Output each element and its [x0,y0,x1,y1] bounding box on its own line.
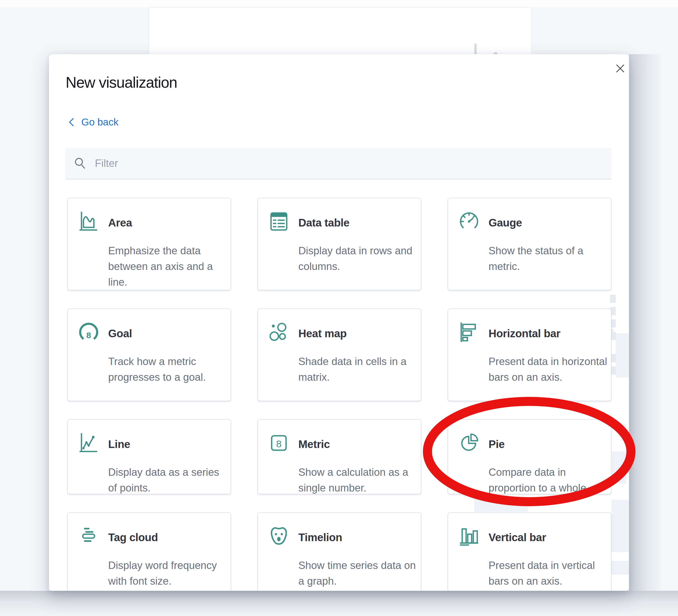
go-back-label: Go back [81,116,118,128]
visualization-card-timelion[interactable]: TimelionShow time series data on a graph… [258,512,421,591]
new-visualization-modal: New visualization Go back AreaEmphasize … [49,54,629,591]
card-description: Present data in vertical bars on an axis… [489,557,607,589]
card-description: Display data as a series of points. [108,464,227,496]
visualization-card-goal[interactable]: 8GoalTrack how a metric progresses to a … [67,308,231,401]
visualization-card-tag-cloud[interactable]: Tag cloudDisplay word frequency with fon… [67,512,231,591]
area-chart-icon [78,211,99,232]
page-title: New visualization [66,74,177,91]
card-title: Data table [298,216,349,229]
faded-background-shape [612,452,626,484]
filter-input[interactable] [65,148,611,179]
heat-map-icon [268,322,289,343]
visualization-card-horizontal-bar[interactable]: Horizontal barPresent data in horizontal… [448,308,611,401]
card-title: Gauge [489,216,522,229]
go-back-link[interactable]: Go back [67,116,118,128]
faded-background-shape [610,295,616,303]
svg-text:8: 8 [86,331,91,340]
card-description: Emphasize the data between an axis and a… [108,243,227,290]
card-description: Shade data in cells in a matrix. [298,354,417,385]
card-title: Line [108,438,130,451]
metric-icon: 8 [268,432,289,454]
data-table-icon [268,211,289,232]
card-title: Horizontal bar [489,327,560,340]
visualization-card-data-table[interactable]: Data tableDisplay data in rows and colum… [258,198,421,291]
card-title: Area [108,216,132,229]
chevron-left-icon [67,117,77,128]
pie-chart-icon [459,432,480,454]
card-title: Heat map [298,327,347,340]
goal-icon: 8 [78,322,99,343]
card-description: Display word frequency with font size. [108,557,227,589]
card-title: Vertical bar [489,531,546,544]
filter-search-box [65,148,611,180]
faded-background-shape [611,500,629,552]
card-description: Show time series data on a graph. [298,557,417,589]
card-title: Goal [108,327,132,340]
horizontal-bar-icon [459,322,480,343]
close-button[interactable] [612,60,629,77]
card-title: Pie [489,438,505,451]
svg-text:8: 8 [276,438,282,450]
page-background-strip [0,0,678,7]
faded-background-shape [474,499,528,512]
visualization-card-heat-map[interactable]: Heat mapShade data in cells in a matrix. [258,308,421,401]
card-description: Compare data in proportion to a whole. [489,464,607,496]
card-description: Display data in rows and columns. [298,243,417,274]
line-chart-icon [78,432,99,454]
tag-cloud-icon [78,526,99,547]
card-title: Tag cloud [108,531,158,544]
card-description: Track how a metric progresses to a goal. [108,354,227,385]
card-description: Show the status of a metric. [489,243,607,274]
card-description: Show a calculation as a single number. [298,464,417,496]
vertical-bar-icon [459,526,480,547]
visualization-card-pie[interactable]: PieCompare data in proportion to a whole… [448,419,611,494]
visualization-card-line[interactable]: LineDisplay data as a series of points. [67,419,231,494]
card-description: Present data in horizontal bars on an ax… [489,354,607,385]
gauge-icon [459,211,480,232]
visualization-card-gauge[interactable]: GaugeShow the status of a metric. [448,198,611,291]
visualization-card-metric[interactable]: 8MetricShow a calculation as a single nu… [258,419,421,494]
visualization-card-area[interactable]: AreaEmphasize the data between an axis a… [67,198,231,291]
card-title: Timelion [298,531,342,544]
visualization-card-vertical-bar[interactable]: Vertical barPresent data in vertical bar… [448,512,611,591]
faded-background-shape [616,333,629,377]
timelion-icon [268,526,289,547]
card-title: Metric [298,438,330,451]
close-icon [615,64,625,73]
modal-right-shadow [629,54,662,591]
modal-bottom-shadow [0,591,678,616]
